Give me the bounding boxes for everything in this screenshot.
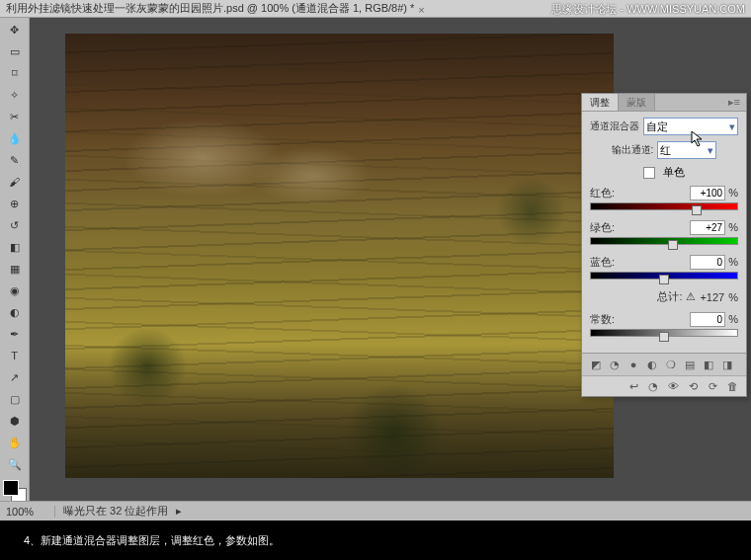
adj-icon[interactable]: ◧ [701, 358, 716, 371]
constant-label: 常数: [590, 312, 615, 327]
clip-icon[interactable]: ◔ [645, 379, 661, 393]
tab-masks[interactable]: 蒙版 [619, 94, 655, 111]
output-channel-label: 输出通道: [612, 143, 654, 157]
tools-palette: ✥ ▭ ⌑ ✧ ✂ 💧 ✎ 🖌 ⊕ ↺ ◧ ▦ ◉ ◐ ✒ T ↗ ▢ ⬢ ✋ … [0, 18, 30, 520]
eraser-tool-icon[interactable]: ◧ [4, 237, 26, 257]
green-input[interactable] [690, 220, 725, 235]
green-label: 绿色: [590, 220, 615, 235]
slider-thumb-icon[interactable] [692, 205, 702, 215]
total-label: 总计: [657, 289, 682, 304]
stamp-tool-icon[interactable]: ⊕ [4, 194, 26, 213]
lasso-tool-icon[interactable]: ⌑ [4, 63, 26, 83]
blue-label: 蓝色: [590, 255, 615, 270]
reset-icon[interactable]: ⟳ [705, 379, 720, 393]
adj-icon[interactable]: ◐ [644, 358, 660, 371]
green-slider[interactable] [590, 237, 738, 247]
chevron-down-icon: ▾ [729, 120, 735, 133]
slider-thumb-icon[interactable] [659, 332, 669, 342]
panel-menu-icon[interactable]: ▸≡ [722, 94, 746, 111]
photoshop-window: 思缘设计论坛 - WWW.MISSYUAN.COM 利用外挂滤镜快速处理一张灰蒙… [0, 0, 751, 520]
total-unit: % [728, 291, 738, 303]
dodge-tool-icon[interactable]: ◐ [4, 302, 26, 322]
move-tool-icon[interactable]: ✥ [4, 20, 26, 40]
blue-input[interactable] [690, 255, 725, 270]
path-tool-icon[interactable]: ↗ [4, 367, 26, 387]
type-tool-icon[interactable]: T [4, 346, 26, 365]
document-canvas[interactable] [65, 34, 614, 478]
adj-icon[interactable]: ◔ [607, 358, 623, 371]
brush-tool-icon[interactable]: 🖌 [4, 172, 26, 192]
warning-icon: ⚠ [686, 290, 696, 303]
marquee-tool-icon[interactable]: ▭ [4, 41, 26, 61]
green-slider-row: 绿色: % [590, 220, 738, 247]
healing-tool-icon[interactable]: ✎ [4, 150, 26, 170]
red-input[interactable] [690, 186, 725, 200]
document-title: 利用外挂滤镜快速处理一张灰蒙蒙的田园照片.psd @ 100% (通道混合器 1… [6, 1, 414, 16]
gradient-tool-icon[interactable]: ▦ [4, 259, 26, 279]
panel-icon-row: ◩ ◔ ● ◐ ❍ ▤ ◧ ◨ [582, 353, 746, 375]
adj-icon[interactable]: ▤ [682, 358, 698, 371]
adj-icon[interactable]: ◨ [719, 358, 735, 371]
preset-label: 通道混合器 [590, 120, 639, 133]
blue-slider[interactable] [590, 272, 738, 281]
3d-tool-icon[interactable]: ⬢ [4, 411, 26, 431]
tutorial-caption: 4、新建通道混合器调整图层，调整红色，参数如图。 [0, 520, 751, 560]
zoom-level[interactable]: 100% [6, 506, 55, 518]
output-channel-select[interactable]: 红 ▾ [657, 141, 716, 159]
caption-text: 4、新建通道混合器调整图层，调整红色，参数如图。 [24, 533, 280, 548]
panel-tabs: 调整 蒙版 ▸≡ [582, 94, 746, 112]
crop-tool-icon[interactable]: ✂ [4, 107, 26, 126]
slider-thumb-icon[interactable] [668, 240, 678, 250]
adjustments-panel: 调整 蒙版 ▸≡ 通道混合器 自定 ▾ 输出通道: 红 ▾ 单色 [581, 93, 747, 397]
slider-thumb-icon[interactable] [659, 275, 669, 284]
wand-tool-icon[interactable]: ✧ [4, 85, 26, 105]
total-row: 总计: ⚠ +127 % [590, 289, 738, 304]
history-brush-icon[interactable]: ↺ [4, 215, 26, 235]
trash-icon[interactable]: 🗑 [724, 379, 740, 393]
constant-slider[interactable] [590, 329, 738, 339]
visibility-icon[interactable]: 👁 [665, 379, 681, 393]
monochrome-label: 单色 [663, 165, 685, 180]
adj-icon[interactable]: ◩ [588, 358, 604, 371]
shape-tool-icon[interactable]: ▢ [4, 389, 26, 409]
monochrome-checkbox[interactable] [643, 167, 655, 179]
preset-select[interactable]: 自定 ▾ [643, 118, 738, 135]
watermark-text: 思缘设计论坛 - WWW.MISSYUAN.COM [551, 2, 745, 17]
return-icon[interactable]: ↩ [626, 379, 641, 393]
close-icon[interactable]: × [418, 4, 428, 14]
chevron-down-icon: ▾ [708, 144, 713, 157]
adj-icon[interactable]: ● [626, 358, 641, 371]
blue-slider-row: 蓝色: % [590, 255, 738, 281]
zoom-tool-icon[interactable]: 🔍 [4, 454, 26, 474]
blur-tool-icon[interactable]: ◉ [4, 280, 26, 300]
constant-input[interactable] [690, 312, 725, 327]
output-channel-value: 红 [660, 143, 671, 158]
red-slider-row: 红色: % [590, 186, 738, 212]
panel-action-row: ↩ ◔ 👁 ⟲ ⟳ 🗑 [582, 375, 746, 396]
pen-tool-icon[interactable]: ✒ [4, 324, 26, 344]
preset-value: 自定 [646, 120, 668, 134]
hand-tool-icon[interactable]: ✋ [4, 433, 26, 452]
status-menu-icon[interactable]: ▸ [176, 505, 182, 518]
status-bar: 100% 曝光只在 32 位起作用 ▸ [0, 501, 751, 520]
red-label: 红色: [590, 186, 615, 200]
constant-slider-row: 常数: % [590, 312, 738, 339]
status-info: 曝光只在 32 位起作用 [63, 504, 168, 519]
previous-icon[interactable]: ⟲ [685, 379, 701, 393]
foreground-color-icon[interactable] [3, 480, 19, 496]
eyedropper-tool-icon[interactable]: 💧 [4, 128, 26, 148]
tab-adjustments[interactable]: 调整 [582, 94, 619, 111]
adj-icon[interactable]: ❍ [663, 358, 679, 371]
red-slider[interactable] [590, 202, 738, 212]
total-value: +127 [700, 291, 724, 303]
